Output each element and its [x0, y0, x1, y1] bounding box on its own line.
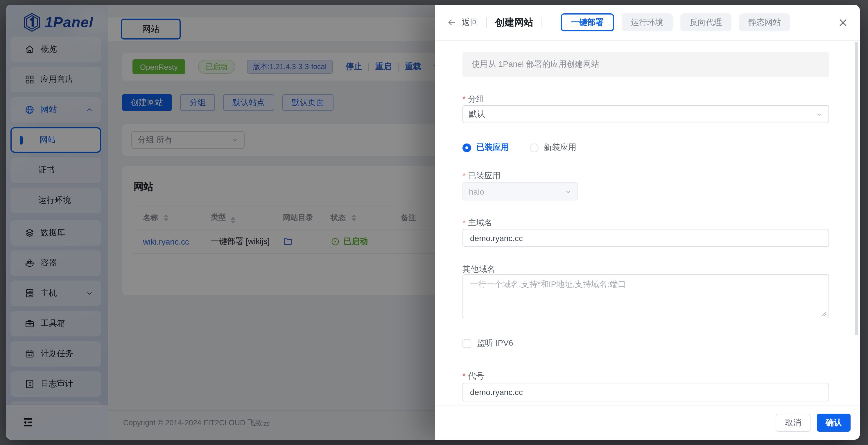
radio-installed-app[interactable]: 已装应用 [462, 142, 509, 153]
textarea-resize-icon[interactable] [822, 311, 827, 317]
required-asterisk: * [462, 371, 466, 381]
tab-reverse-proxy[interactable]: 反向代理 [680, 13, 732, 31]
drawer-tabs: 一键部署 运行环境 反向代理 静态网站 [561, 13, 790, 31]
ipv6-label: 监听 IPV6 [477, 338, 513, 349]
app-window: 1Panel 概览 应用商店 网站 网站 [6, 5, 860, 440]
desktop: 1Panel 概览 应用商店 网站 网站 [0, 0, 868, 445]
other-domains-field [462, 274, 829, 321]
drawer-footer: 取消 确认 [435, 405, 860, 440]
close-icon[interactable] [838, 17, 848, 28]
required-asterisk: * [462, 94, 466, 103]
app-source-radio-group: 已装应用 新装应用 [462, 142, 829, 153]
radio-on-icon [462, 143, 471, 152]
installed-app-value: halo [469, 187, 484, 196]
drawer-body: 使用从 1Panel 部署的应用创建网站 * 分组 默认 已装应用 [435, 41, 860, 405]
primary-domain-field-label: * 主域名 [462, 218, 829, 227]
tab-static-site[interactable]: 静态网站 [739, 13, 790, 31]
group-select-value: 默认 [469, 109, 485, 119]
info-banner: 使用从 1Panel 部署的应用创建网站 [462, 52, 829, 77]
required-asterisk: * [462, 171, 466, 180]
primary-domain-input[interactable] [462, 229, 829, 247]
group-field-label: * 分组 [462, 94, 829, 103]
required-asterisk: * [462, 218, 466, 227]
drawer-title: 创建网站 [495, 16, 533, 29]
back-label: 返回 [462, 17, 478, 28]
confirm-button[interactable]: 确认 [817, 414, 850, 432]
divider [541, 17, 542, 28]
group-select[interactable]: 默认 [462, 105, 829, 123]
create-website-drawer: 返回 创建网站 一键部署 运行环境 反向代理 静态网站 使用从 1Panel 部… [435, 5, 860, 440]
tab-runtime[interactable]: 运行环境 [622, 13, 673, 31]
other-domains-textarea[interactable] [462, 274, 829, 318]
alias-input[interactable] [462, 383, 829, 402]
divider [486, 17, 487, 28]
other-domains-field-label: 其他域名 [462, 264, 829, 274]
installed-app-field-label: * 已装应用 [462, 171, 829, 180]
chevron-down-icon [565, 188, 572, 195]
alias-field-label: * 代号 [462, 371, 829, 381]
back-button[interactable]: 返回 [447, 17, 478, 28]
drawer-scrollbar-thumb[interactable] [855, 42, 858, 335]
arrow-left-icon [447, 18, 457, 27]
ipv6-checkbox-row[interactable]: 监听 IPV6 [462, 338, 829, 349]
radio-off-icon [530, 143, 538, 152]
drawer-header: 返回 创建网站 一键部署 运行环境 反向代理 静态网站 [435, 5, 860, 41]
installed-app-select[interactable]: halo [462, 183, 578, 200]
tab-one-click-deploy[interactable]: 一键部署 [561, 13, 614, 31]
chevron-down-icon [816, 111, 823, 118]
cancel-button[interactable]: 取消 [776, 414, 810, 432]
radio-new-app[interactable]: 新装应用 [530, 142, 576, 153]
checkbox-off-icon[interactable] [462, 339, 471, 348]
